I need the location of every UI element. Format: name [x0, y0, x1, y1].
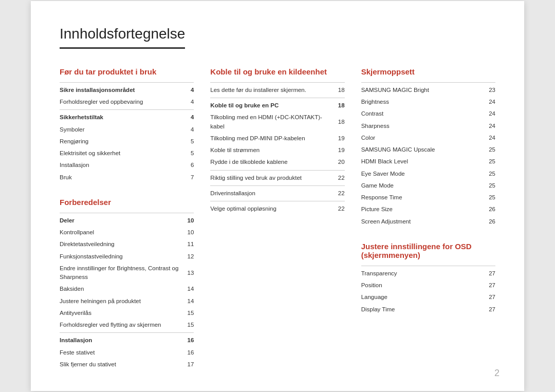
table-row: Direktetastveiledning11 [60, 238, 194, 250]
table-row: Deler10 [60, 213, 194, 227]
toc-page: 4 [181, 82, 194, 96]
toc-page: 16 [181, 347, 194, 359]
table-row: Brightness24 [361, 96, 495, 108]
toc-page: 23 [483, 82, 495, 96]
toc-label: Funksjonstastveiledning [60, 251, 181, 263]
table-row: Koble til og bruke en PC18 [210, 98, 344, 112]
toc-page: 22 [332, 170, 345, 185]
toc-table: Deler10Kontrollpanel10Direktetastveiledn… [60, 213, 194, 370]
toc-page: 27 [483, 304, 495, 315]
toc-label: Symboler [60, 124, 181, 136]
toc-page: 18 [332, 111, 345, 133]
section-title: Justere innstillingene for OSD (skjermme… [361, 242, 495, 259]
table-row: Forholdsregler ved oppbevaring4 [60, 96, 194, 110]
toc-page: 13 [181, 263, 194, 284]
table-row: Koble til strømmen19 [210, 144, 344, 156]
section-title: Forberedelser [60, 198, 194, 207]
toc-page: 24 [483, 96, 495, 108]
table-row: Symboler4 [60, 124, 194, 136]
toc-table: Les dette før du installerer skjermen.18… [210, 82, 344, 215]
section-title: Koble til og bruke en kildeenhet [210, 67, 344, 76]
table-row: Color24 [361, 132, 495, 144]
table-row: Rengjøring5 [60, 136, 194, 147]
table-row: Response Time25 [361, 192, 495, 203]
toc-label: Game Mode [361, 180, 483, 192]
toc-table: Sikre installasjonsområdet4Forholdsregle… [60, 82, 194, 183]
toc-page: 16 [181, 333, 194, 347]
toc-label: Response Time [361, 192, 483, 203]
toc-page: 25 [483, 192, 495, 203]
section: Før du tar produktet i brukSikre install… [60, 67, 194, 183]
toc-label: Picture Size [361, 203, 483, 215]
toc-label: Direktetastveiledning [60, 238, 181, 250]
toc-page: 20 [332, 156, 345, 170]
toc-page: 10 [181, 227, 194, 238]
table-row: Game Mode25 [361, 180, 495, 192]
col2: Koble til og bruke en kildeenhetLes dett… [210, 67, 361, 370]
toc-page: 15 [181, 307, 194, 319]
toc-page: 26 [483, 216, 495, 228]
toc-label: Transparency [361, 266, 483, 279]
table-row: Display Time27 [361, 304, 495, 315]
table-row: Position27 [361, 279, 495, 291]
toc-label: Sikre installasjonsområdet [60, 82, 181, 96]
section: ForberedelserDeler10Kontrollpanel10Direk… [60, 198, 194, 370]
toc-page: 7 [181, 172, 194, 183]
table-row: HDMI Black Level25 [361, 156, 495, 167]
toc-label: Sikkerhetstiltak [60, 110, 181, 124]
toc-label: Screen Adjustment [361, 216, 483, 228]
table-row: Antityverilås15 [60, 307, 194, 319]
table-row: Velge optimal oppløsning22 [210, 201, 344, 215]
toc-page: 24 [483, 108, 495, 120]
toc-page: 18 [332, 98, 345, 112]
toc-label: Slik fjerner du stativet [60, 359, 181, 370]
toc-page: 24 [483, 120, 495, 132]
toc-label: Feste stativet [60, 347, 181, 359]
toc-label: Language [361, 291, 483, 303]
page: Innholdsfortegnelse Før du tar produktet… [31, 1, 524, 391]
toc-table: SAMSUNG MAGIC Bright23Brightness24Contra… [361, 82, 495, 228]
toc-page: 19 [332, 133, 345, 144]
toc-label: SAMSUNG MAGIC Bright [361, 82, 483, 96]
toc-label: Forholdsregler ved flytting av skjermen [60, 319, 181, 333]
table-row: Sharpness24 [361, 120, 495, 132]
section: Justere innstillingene for OSD (skjermme… [361, 242, 495, 315]
toc-page: 14 [181, 283, 194, 295]
table-row: Driverinstallasjon22 [210, 185, 344, 201]
toc-page: 25 [483, 144, 495, 156]
toc-page: 5 [181, 136, 194, 147]
table-row: Endre innstillinger for Brightness, Cont… [60, 263, 194, 284]
toc-page: 6 [181, 159, 194, 171]
table-row: Les dette før du installerer skjermen.18 [210, 82, 344, 98]
table-row: SAMSUNG MAGIC Upscale25 [361, 144, 495, 156]
columns: Før du tar produktet i brukSikre install… [60, 67, 495, 370]
toc-label: Display Time [361, 304, 483, 315]
table-row: Tilkobling med DP-MINI DP-kabelen19 [210, 133, 344, 144]
toc-label: Velge optimal oppløsning [210, 201, 332, 215]
table-row: Forholdsregler ved flytting av skjermen1… [60, 319, 194, 333]
toc-page: 27 [483, 291, 495, 303]
table-row: Baksiden14 [60, 283, 194, 295]
toc-page: 10 [181, 213, 194, 227]
toc-label: Endre innstillinger for Brightness, Cont… [60, 263, 181, 284]
toc-page: 26 [483, 203, 495, 215]
section-title: Før du tar produktet i bruk [60, 67, 194, 76]
section: Koble til og bruke en kildeenhetLes dett… [210, 67, 344, 215]
toc-label: Antityverilås [60, 307, 181, 319]
table-row: Feste stativet16 [60, 347, 194, 359]
toc-label: Tilkobling med en HDMI (+DC-KONTAKT)-kab… [210, 111, 332, 133]
table-row: Installasjon6 [60, 159, 194, 171]
toc-page: 25 [483, 180, 495, 192]
table-row: Elektrisitet og sikkerhet5 [60, 147, 194, 159]
table-row: Contrast24 [361, 108, 495, 120]
table-row: Language27 [361, 291, 495, 303]
toc-page: 5 [181, 147, 194, 159]
toc-label: Position [361, 279, 483, 291]
toc-page: 22 [332, 185, 345, 201]
toc-label: Tilkobling med DP-MINI DP-kabelen [210, 133, 332, 144]
toc-page: 27 [483, 279, 495, 291]
table-row: Picture Size26 [361, 203, 495, 215]
toc-table: Transparency27Position27Language27Displa… [361, 266, 495, 315]
table-row: Sikkerhetstiltak4 [60, 110, 194, 124]
table-row: Slik fjerner du stativet17 [60, 359, 194, 370]
